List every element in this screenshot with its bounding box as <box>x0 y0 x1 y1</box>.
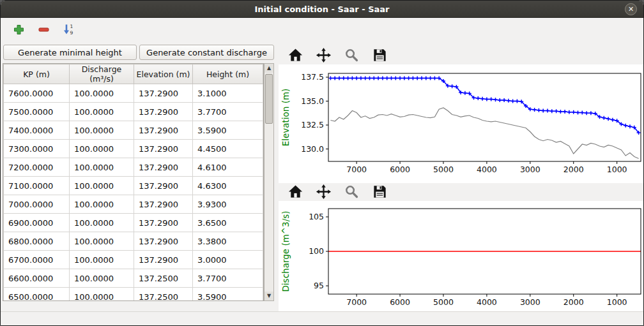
table-cell[interactable]: 100.0000 <box>70 195 134 214</box>
remove-row-button[interactable] <box>36 22 51 37</box>
column-header-kp[interactable]: KP (m) <box>4 64 70 84</box>
table-cell[interactable]: 137.2900 <box>134 103 193 121</box>
table-cell[interactable]: 137.2900 <box>134 121 193 140</box>
table-cell[interactable]: 3.7700 <box>193 103 263 121</box>
table-cell[interactable]: 3.1000 <box>193 84 263 103</box>
table-cell[interactable]: 137.2900 <box>134 214 193 232</box>
generate-constant-discharge-button[interactable]: Generate constant discharge <box>139 45 274 60</box>
save-icon <box>372 47 388 63</box>
table-row[interactable]: 7200.0000100.0000137.29004.6100 <box>4 158 263 177</box>
table-cell[interactable]: 137.2500 <box>134 288 193 302</box>
home-icon <box>288 47 303 63</box>
table-cell[interactable]: 137.2900 <box>134 140 193 158</box>
table-row[interactable]: 6800.0000100.0000137.29003.3800 <box>4 232 263 251</box>
table-cell[interactable]: 137.2900 <box>134 158 193 177</box>
table-cell[interactable]: 137.2900 <box>134 177 193 195</box>
table-cell[interactable]: 100.0000 <box>70 269 134 288</box>
table-row[interactable]: 7600.0000100.0000137.29003.1000 <box>4 84 263 103</box>
table-cell[interactable]: 100.0000 <box>70 121 134 140</box>
svg-text:4000: 4000 <box>477 165 497 174</box>
table-cell[interactable]: 7500.0000 <box>4 103 70 121</box>
table-row[interactable]: 6900.0000100.0000137.29003.6500 <box>4 214 263 232</box>
table-cell[interactable]: 137.2900 <box>134 195 193 214</box>
table-cell[interactable]: 137.2900 <box>134 84 193 103</box>
svg-text:132.5: 132.5 <box>301 120 324 130</box>
discharge-chart[interactable]: 700060005000400030002000100095100105Disc… <box>279 201 643 312</box>
table-cell[interactable]: 100.0000 <box>70 84 134 103</box>
save-button[interactable] <box>371 47 388 63</box>
zoom-button[interactable] <box>342 183 360 200</box>
table-cell[interactable]: 3.5900 <box>193 288 263 302</box>
table-row[interactable]: 7500.0000100.0000137.29003.7700 <box>4 103 263 121</box>
table-cell[interactable]: 6800.0000 <box>4 232 70 251</box>
table-cell[interactable]: 7100.0000 <box>4 177 70 195</box>
column-header-height[interactable]: Height (m) <box>193 64 263 84</box>
pan-button[interactable] <box>314 183 332 200</box>
table-cell[interactable]: 3.0000 <box>193 251 263 269</box>
titlebar[interactable]: Initial condition - Saar - Saar ✕ <box>1 1 643 18</box>
table-cell[interactable]: 3.3800 <box>193 232 263 251</box>
svg-text:100: 100 <box>309 246 324 256</box>
scroll-up-arrow-icon[interactable]: ▲ <box>264 64 273 73</box>
home-button[interactable] <box>286 47 304 63</box>
table-cell[interactable]: 3.7700 <box>193 269 263 288</box>
table-cell[interactable]: 3.9300 <box>193 195 263 214</box>
scroll-down-arrow-icon[interactable]: ▼ <box>264 292 273 300</box>
table-cell[interactable]: 6700.0000 <box>4 251 70 269</box>
table-body: 7600.0000100.0000137.29003.10007500.0000… <box>4 84 263 302</box>
table-cell[interactable]: 100.0000 <box>70 177 134 195</box>
table-cell[interactable]: 7000.0000 <box>4 195 70 214</box>
table-cell[interactable]: 100.0000 <box>70 214 134 232</box>
table-row[interactable]: 7000.0000100.0000137.29003.9300 <box>4 195 263 214</box>
table-cell[interactable]: 7200.0000 <box>4 158 70 177</box>
table-row[interactable]: 7400.0000100.0000137.29003.5900 <box>4 121 263 140</box>
home-button[interactable] <box>286 183 304 200</box>
table-cell[interactable]: 6600.0000 <box>4 269 70 288</box>
table-row[interactable]: 7100.0000100.0000137.29004.6300 <box>4 177 263 195</box>
table-cell[interactable]: 7300.0000 <box>4 140 70 158</box>
column-header-elevation[interactable]: Elevation (m) <box>134 64 193 84</box>
initial-condition-table: KP (m) Discharge (m³/s) Elevation (m) He… <box>3 63 264 301</box>
plus-icon <box>13 24 25 36</box>
table-cell[interactable]: 137.2900 <box>134 251 193 269</box>
table-row[interactable]: 6600.0000100.0000137.25003.7700 <box>4 269 263 288</box>
pan-button[interactable] <box>314 47 332 63</box>
svg-text:5000: 5000 <box>433 165 454 174</box>
table-cell[interactable]: 7600.0000 <box>4 84 70 103</box>
table-row[interactable]: 6700.0000100.0000137.29003.0000 <box>4 251 263 269</box>
table-cell[interactable]: 100.0000 <box>70 251 134 269</box>
table-cell[interactable]: 4.6100 <box>193 158 263 177</box>
table-cell[interactable]: 137.2500 <box>134 269 193 288</box>
table-cell[interactable]: 6900.0000 <box>4 214 70 232</box>
sort-rows-button[interactable]: 1 9 <box>61 22 76 37</box>
table-cell[interactable]: 7400.0000 <box>4 121 70 140</box>
add-row-button[interactable] <box>11 22 26 37</box>
save-button[interactable] <box>371 183 388 200</box>
table-cell[interactable]: 4.6300 <box>193 177 263 195</box>
table-cell[interactable]: 137.2900 <box>134 232 193 251</box>
table-cell[interactable]: 3.5900 <box>193 121 263 140</box>
table-row[interactable]: 6500.0000100.0000137.25003.5900 <box>4 288 263 302</box>
table-cell[interactable]: 100.0000 <box>70 158 134 177</box>
column-header-discharge[interactable]: Discharge (m³/s) <box>70 64 134 84</box>
table-cell[interactable]: 100.0000 <box>70 288 134 302</box>
table-cell[interactable]: 100.0000 <box>70 103 134 121</box>
table-cell[interactable]: 4.4500 <box>193 140 263 158</box>
svg-text:95: 95 <box>314 281 324 290</box>
table-cell[interactable]: 100.0000 <box>70 232 134 251</box>
table-scrollbar[interactable]: ▲ ▼ <box>264 63 274 301</box>
close-button[interactable]: ✕ <box>625 3 637 15</box>
svg-text:5000: 5000 <box>433 297 454 307</box>
table-cell[interactable]: 6500.0000 <box>4 288 70 302</box>
scrollbar-thumb[interactable] <box>265 74 273 124</box>
svg-text:105: 105 <box>309 212 324 221</box>
table-cell[interactable]: 100.0000 <box>70 140 134 158</box>
window-title: Initial condition - Saar - Saar <box>254 4 389 14</box>
svg-text:6000: 6000 <box>390 165 410 174</box>
table-row[interactable]: 7300.0000100.0000137.29004.4500 <box>4 140 263 158</box>
elevation-chart[interactable]: 7000600050004000300020001000130.0132.513… <box>279 64 643 183</box>
zoom-button[interactable] <box>342 47 360 63</box>
statusbar <box>1 311 643 326</box>
generate-minimal-height-button[interactable]: Generate minimal height <box>3 45 137 60</box>
table-cell[interactable]: 3.6500 <box>193 214 263 232</box>
